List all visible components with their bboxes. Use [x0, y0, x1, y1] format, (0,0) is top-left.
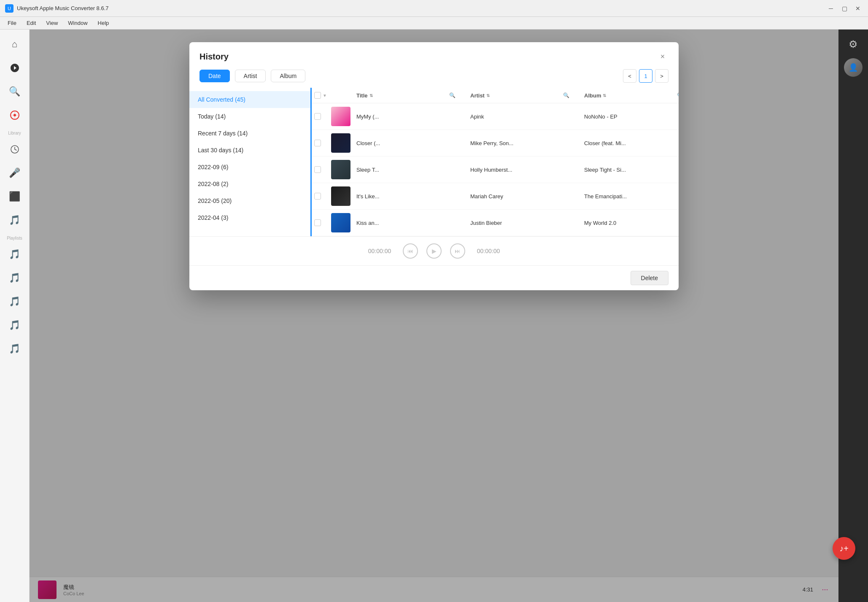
th-thumb	[329, 92, 354, 99]
title-col-label: Title	[356, 92, 368, 99]
modal-overlay: History × Date Artist Album < 1 >	[30, 30, 838, 602]
search-button[interactable]: 🔍	[4, 81, 25, 102]
row4-title-cell: It's Like...	[354, 193, 447, 200]
row5-checkbox[interactable]	[314, 219, 321, 226]
dialog-header: History ×	[189, 42, 679, 62]
dialog-footer: Delete	[189, 265, 679, 290]
prev-track-button[interactable]: ⏮	[403, 243, 418, 259]
nav-item-2022-08[interactable]: 2022-08 (2)	[189, 175, 310, 192]
nav-item-2022-05[interactable]: 2022-05 (20)	[189, 192, 310, 209]
row4-album-thumb	[331, 186, 350, 206]
check-arrow-icon: ▼	[323, 93, 327, 98]
table-area: ▼ Title ⇅	[312, 88, 679, 236]
filter-date-button[interactable]: Date	[199, 70, 230, 82]
row3-thumb-cell	[329, 160, 354, 179]
row1-album-cell: NoNoNo - EP	[582, 113, 674, 120]
row3-album-thumb	[331, 160, 350, 179]
home-button[interactable]: ⌂	[4, 34, 25, 55]
th-checkbox: ▼	[312, 92, 329, 99]
svg-text:U: U	[8, 6, 11, 11]
library-label: Library	[0, 128, 29, 136]
row5-thumb-cell	[329, 213, 354, 232]
play-pause-button[interactable]: ▶	[426, 243, 442, 259]
table-row: Closer (... Mike Perry, Son... Closer (f…	[312, 130, 679, 157]
filter-album-button[interactable]: Album	[271, 70, 305, 82]
artist-search-icon[interactable]: 🔍	[563, 92, 569, 98]
nav-list: All Converted (45) Today (14) Recent 7 d…	[189, 88, 312, 236]
playlist-4-button[interactable]: 🎵	[4, 315, 25, 336]
player-time-end: 00:00:00	[474, 248, 503, 254]
checkbox-header: ▼	[314, 92, 327, 99]
th-artist: Artist ⇅	[468, 92, 561, 99]
pagination: < 1 >	[623, 69, 669, 83]
current-page-button[interactable]: 1	[639, 69, 652, 83]
row2-checkbox[interactable]	[314, 140, 321, 146]
minimize-button[interactable]: ─	[826, 3, 836, 13]
playlist-5-button[interactable]: 🎵	[4, 338, 25, 359]
close-button[interactable]: ✕	[853, 3, 863, 13]
window-controls: ─ ▢ ✕	[826, 3, 863, 13]
nav-item-today[interactable]: Today (14)	[189, 108, 310, 125]
nav-item-all[interactable]: All Converted (45)	[189, 91, 310, 108]
maximize-button[interactable]: ▢	[839, 3, 849, 13]
menu-view[interactable]: View	[42, 18, 62, 28]
row3-album-cell: Sleep Tight - Si...	[582, 167, 674, 173]
background-app: 魔镜 CoCo Lee 4:31 ··· History ×	[30, 30, 838, 602]
filter-row: Date Artist Album < 1 >	[189, 62, 679, 88]
th-album: Album ⇅	[582, 92, 674, 99]
playlist-3-button[interactable]: 🎵	[4, 291, 25, 312]
player-time-start: 00:00:00	[365, 248, 394, 254]
row5-album-cell: My World 2.0	[582, 220, 674, 226]
nav-item-2022-04[interactable]: 2022-04 (3)	[189, 209, 310, 226]
artists-button[interactable]: 🎤	[4, 162, 25, 184]
filter-artist-button[interactable]: Artist	[235, 70, 266, 82]
row1-checkbox[interactable]	[314, 113, 321, 120]
row4-checkbox[interactable]	[314, 193, 321, 200]
next-page-button[interactable]: >	[655, 69, 669, 83]
title-search-icon[interactable]: 🔍	[449, 92, 456, 98]
album-search-icon[interactable]: 🔍	[677, 92, 679, 98]
row4-checkbox-cell	[312, 193, 329, 200]
delete-button[interactable]: Delete	[631, 271, 669, 285]
th-title: Title ⇅	[354, 92, 447, 99]
albums-button[interactable]: ⬛	[4, 186, 25, 207]
th-title-search: 🔍	[447, 92, 468, 99]
nav-item-2022-09[interactable]: 2022-09 (6)	[189, 159, 310, 175]
recently-added-button[interactable]	[4, 139, 25, 160]
dialog-close-button[interactable]: ×	[657, 51, 669, 62]
songs-button[interactable]: 🎵	[4, 210, 25, 231]
playlist-2-button[interactable]: 🎵	[4, 267, 25, 289]
th-artist-search: 🔍	[561, 92, 582, 99]
menu-window[interactable]: Window	[64, 18, 92, 28]
row2-thumb-cell	[329, 133, 354, 153]
radio-button[interactable]	[4, 105, 25, 126]
table-row: MyMy (... Apink NoNoNo - EP 00:03:54	[312, 103, 679, 130]
right-panel: ⚙ 👤	[838, 30, 868, 602]
history-dialog: History × Date Artist Album < 1 >	[189, 42, 679, 290]
menu-edit[interactable]: Edit	[22, 18, 40, 28]
next-track-button[interactable]: ⏭	[450, 243, 465, 259]
table-header: ▼ Title ⇅	[312, 88, 679, 103]
menu-help[interactable]: Help	[94, 18, 113, 28]
row3-checkbox[interactable]	[314, 166, 321, 173]
album-sort-icon[interactable]: ⇅	[603, 93, 606, 98]
row1-title-cell: MyMy (...	[354, 113, 447, 120]
select-all-checkbox[interactable]	[314, 92, 321, 99]
prev-page-button[interactable]: <	[623, 69, 636, 83]
add-music-fab[interactable]: ♪+	[833, 537, 855, 560]
apple-music-button[interactable]	[4, 57, 25, 78]
title-sort-icon[interactable]: ⇅	[369, 93, 373, 98]
menu-file[interactable]: File	[3, 18, 21, 28]
icon-sidebar: ⌂ 🔍 Library 🎤 ⬛ 🎵 Playlists 🎵 🎵 �	[0, 30, 30, 602]
user-avatar-button[interactable]: 👤	[844, 58, 863, 77]
nav-item-30days[interactable]: Last 30 days (14)	[189, 142, 310, 159]
row3-artist-cell: Holly Humberst...	[468, 167, 561, 173]
table-row: It's Like... Mariah Carey The Emancipati…	[312, 183, 679, 210]
settings-button[interactable]: ⚙	[843, 34, 864, 55]
artist-sort-icon[interactable]: ⇅	[486, 93, 490, 98]
playlist-1-button[interactable]: 🎵	[4, 244, 25, 265]
row5-checkbox-cell	[312, 219, 329, 226]
row4-album-cell: The Emancipati...	[582, 193, 674, 200]
album-col-label: Album	[584, 92, 601, 99]
nav-item-7days[interactable]: Recent 7 days (14)	[189, 125, 310, 142]
